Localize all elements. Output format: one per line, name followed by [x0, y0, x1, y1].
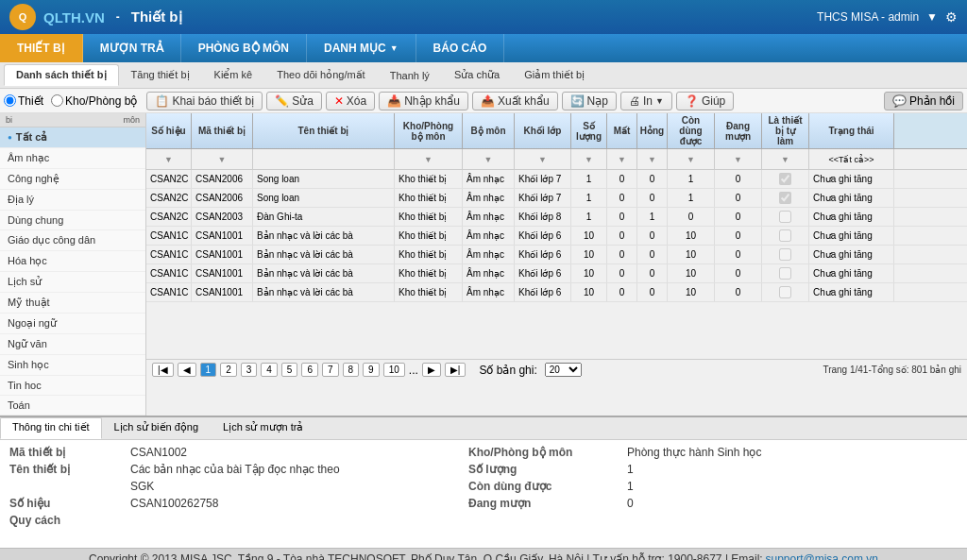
- page-9[interactable]: 9: [363, 363, 380, 377]
- xoa-button[interactable]: ✕ Xóa: [326, 92, 375, 110]
- sidebar-item-mithuat[interactable]: Mỹ thuật: [0, 293, 145, 314]
- page-2[interactable]: 2: [220, 363, 237, 377]
- cell-hong: 0: [637, 264, 668, 282]
- filter-soluong[interactable]: ▼: [571, 149, 607, 169]
- nav-item-muontra[interactable]: MƯỢN TRẢ: [83, 34, 181, 62]
- table-row[interactable]: CSAN2C CSAN2006 Song loan Kho thiết bị Â…: [146, 170, 967, 189]
- sidebar-item-nguvan[interactable]: Ngữ văn: [0, 334, 145, 355]
- cell-kho: Kho thiết bị: [395, 246, 463, 263]
- cell-dangmuon: 0: [715, 189, 762, 207]
- nav-item-baocao[interactable]: BÁO CÁO: [416, 34, 505, 62]
- subtab-thanhlý[interactable]: Thanh lý: [378, 65, 442, 86]
- sidebar-item-ngoaingu[interactable]: Ngoại ngữ: [0, 314, 145, 334]
- radio-thiet[interactable]: Thiết: [4, 94, 43, 108]
- filter-dangmuon[interactable]: ▼: [715, 149, 762, 169]
- subtab-suachua[interactable]: Sửa chữa: [442, 64, 512, 86]
- table-row[interactable]: CSAN1C CSAN1001 Bản nhạc và lời các bà K…: [146, 264, 967, 283]
- cell-sohieu: CSAN1C: [146, 264, 192, 282]
- subtab-tang[interactable]: Tăng thiết bị: [119, 64, 202, 86]
- filter-hong[interactable]: ▼: [637, 149, 668, 169]
- user-dropdown-arrow[interactable]: ▼: [926, 10, 938, 24]
- radio-kho[interactable]: Kho/Phòng bộ: [51, 94, 137, 108]
- cell-bomon: Âm nhạc: [463, 189, 515, 207]
- nhapkhau-button[interactable]: 📥 Nhập khẩu: [379, 92, 468, 110]
- subtab-giam[interactable]: Giảm thiết bị: [512, 64, 597, 86]
- sidebar-item-toan[interactable]: Toán: [0, 396, 145, 416]
- sua-button[interactable]: ✏️ Sửa: [266, 92, 322, 110]
- page-next[interactable]: ▶: [422, 363, 441, 377]
- filter-kho[interactable]: ▼: [395, 149, 463, 169]
- cell-latb: [762, 246, 809, 263]
- ma-value: CSAN1002: [130, 446, 461, 459]
- giup-button[interactable]: ❓ Giúp: [676, 92, 734, 110]
- table-row[interactable]: CSAN1C CSAN1001 Bản nhạc và lời các bà K…: [146, 283, 967, 302]
- cell-tenthietbi: Bản nhạc và lời các bà: [253, 264, 395, 282]
- cell-soluong: 1: [571, 189, 607, 207]
- table-row[interactable]: CSAN1C CSAN1001 Bản nhạc và lời các bà K…: [146, 246, 967, 264]
- page-prev[interactable]: ◀: [178, 363, 196, 377]
- sidebar-item-hoahoc[interactable]: Hóa học: [0, 251, 145, 272]
- filter-mat[interactable]: ▼: [607, 149, 637, 169]
- filter-bomon[interactable]: ▼: [463, 149, 515, 169]
- sidebar-item-tatca[interactable]: ● Tất cả: [0, 127, 145, 148]
- subtab-danhsach[interactable]: Danh sách thiết bị: [4, 64, 119, 86]
- table-area: Số hiệu Mã thiết bị Tên thiết bị Kho/Phò…: [146, 113, 967, 416]
- table-row[interactable]: CSAN1C CSAN1001 Bản nhạc và lời các bà K…: [146, 227, 967, 246]
- in-button[interactable]: 🖨 In ▼: [620, 92, 672, 110]
- cell-mathietbi: CSAN2006: [192, 189, 253, 207]
- filter-mathietbi[interactable]: ▼: [192, 149, 253, 169]
- sidebar-item-tinhoc[interactable]: Tin hoc: [0, 376, 145, 396]
- page-first[interactable]: |◀: [152, 363, 174, 377]
- filter-tenthietbi[interactable]: [253, 149, 395, 169]
- settings-icon[interactable]: ⚙: [945, 9, 958, 25]
- sidebar-item-amnhac[interactable]: Âm nhạc: [0, 148, 145, 169]
- nav-item-danhmuc[interactable]: DANH MỤC ▼: [307, 34, 416, 62]
- filter-condung[interactable]: ▼: [668, 149, 715, 169]
- page-last[interactable]: ▶|: [445, 363, 467, 377]
- khaibao-button[interactable]: 📋 Khai báo thiết bị: [146, 92, 263, 110]
- cell-kho: Kho thiết bị: [395, 264, 463, 282]
- sidebar-item-sinhhoc[interactable]: Sinh học: [0, 355, 145, 376]
- bottom-tab-muontra[interactable]: Lịch sử mượn trả: [211, 417, 315, 439]
- sidebar-item-lichsu[interactable]: Lịch sử: [0, 272, 145, 293]
- footer-email[interactable]: support@misa.com.vn: [765, 552, 878, 561]
- table-row[interactable]: CSAN2C CSAN2003 Đàn Ghi-ta Kho thiết bị …: [146, 208, 967, 227]
- page-4[interactable]: 4: [261, 363, 278, 377]
- page-10[interactable]: 10: [383, 363, 405, 377]
- page-8[interactable]: 8: [343, 363, 360, 377]
- records-per-page[interactable]: 2050100: [545, 363, 582, 377]
- page-7[interactable]: 7: [322, 363, 339, 377]
- page-5[interactable]: 5: [281, 363, 298, 377]
- bottom-tab-biendong[interactable]: Lịch sử biến động: [102, 417, 211, 439]
- cell-khoilop: Khối lớp 6: [515, 227, 571, 245]
- page-3[interactable]: 3: [241, 363, 258, 377]
- filter-latb[interactable]: ▼: [762, 149, 809, 169]
- sidebar-item-giaoduc[interactable]: Giáo dục công dân: [0, 230, 145, 251]
- cell-hong: 0: [637, 283, 668, 301]
- sidebar-item-congnghé[interactable]: Công nghệ: [0, 169, 145, 190]
- nav-item-thietbi[interactable]: THIẾT BỊ: [0, 34, 83, 62]
- nap-button[interactable]: 🔄 Nạp: [562, 92, 617, 110]
- filter-sohieu[interactable]: ▼: [146, 149, 192, 169]
- subtab-theodoi[interactable]: Theo dõi hỏng/mất: [264, 64, 378, 86]
- page-6[interactable]: 6: [301, 363, 318, 377]
- page-1[interactable]: 1: [200, 363, 217, 377]
- cell-tenthietbi: Bản nhạc và lời các bà: [253, 283, 395, 301]
- cell-kho: Kho thiết bị: [395, 208, 463, 226]
- filter-trangthai[interactable]: <<Tất cả>>: [809, 149, 894, 169]
- nav-item-phongbomod[interactable]: PHÒNG BỘ MÔN: [181, 34, 307, 62]
- xuatkhau-button[interactable]: 📤 Xuất khẩu: [472, 92, 558, 110]
- subtab-kiemke[interactable]: Kiểm kê: [202, 64, 265, 86]
- bottom-tab-chitiet[interactable]: Thông tin chi tiết: [0, 417, 102, 439]
- sidebar-item-dungchung[interactable]: Dùng chung: [0, 211, 145, 230]
- sidebar-item-dialy[interactable]: Địa lý: [0, 190, 145, 211]
- cell-bomon: Âm nhạc: [463, 170, 515, 188]
- sua-icon: ✏️: [275, 94, 289, 108]
- cell-condung: 10: [668, 246, 715, 263]
- table-row[interactable]: CSAN2C CSAN2006 Song loan Kho thiết bị Â…: [146, 189, 967, 208]
- soluong-value: 1: [627, 463, 958, 476]
- filter-khoilop[interactable]: ▼: [515, 149, 571, 169]
- filter-tenthietbi-input[interactable]: [260, 154, 386, 164]
- phanhoi-button[interactable]: 💬 Phản hồi: [884, 92, 963, 110]
- quycach-value: [130, 514, 461, 527]
